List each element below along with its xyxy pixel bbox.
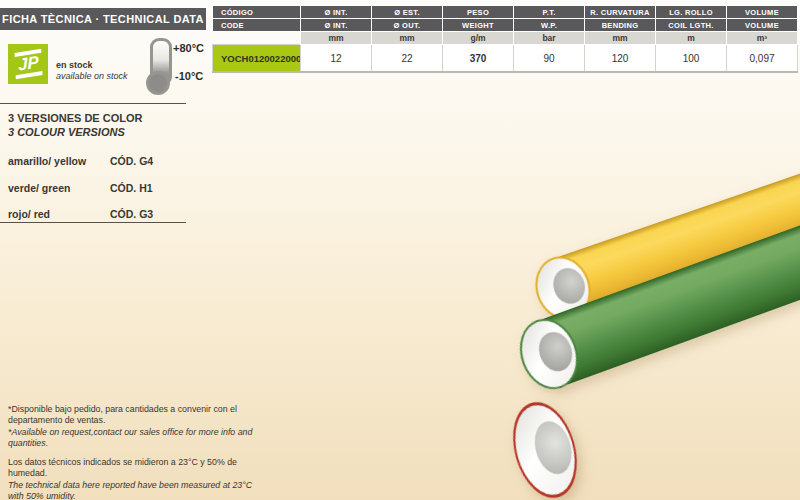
colour-code: CÓD. G3: [110, 208, 153, 220]
colour-name: rojo/ red: [8, 208, 110, 220]
unit-cell: bar: [514, 32, 585, 45]
unit-cell: g/m: [443, 32, 514, 45]
colour-code: CÓD. H1: [110, 182, 153, 194]
temperature-min: -10°C: [175, 70, 203, 82]
colour-name: amarillo/ yellow: [8, 155, 110, 167]
col-header: Ø INT.: [301, 6, 372, 19]
footnote-es-2: Los datos técnicos indicados se midieron…: [8, 457, 260, 480]
value-inner-diameter: 12: [301, 45, 372, 73]
unit-cell: m: [656, 32, 727, 45]
colour-versions-title: 3 VERSIONES DE COLOR 3 COLOUR VERSIONS: [8, 111, 142, 140]
unit-cell-empty: [213, 32, 301, 45]
page-title: FICHA TÈCNICA · TECHNICAL DATA: [0, 8, 206, 30]
col-header: CODE: [213, 19, 301, 32]
col-header: P.T.: [514, 6, 585, 19]
col-header: Ø EST.: [372, 6, 443, 19]
technical-data-sheet: FICHA TÈCNICA · TECHNICAL DATA JP en sto…: [0, 0, 800, 500]
colour-name: verde/ green: [8, 182, 110, 194]
thermometer-bulb: [146, 71, 170, 95]
unit-cell: m³: [727, 32, 798, 45]
thermometer-icon: +80°C -10°C: [146, 38, 206, 94]
value-outer-diameter: 22: [372, 45, 443, 73]
list-item-red: rojo/ red CÓD. G3: [8, 208, 198, 220]
col-header: WEIGHT: [443, 19, 514, 32]
col-header: LG. ROLLO: [656, 6, 727, 19]
value-coil-length: 100: [656, 45, 727, 73]
col-header: CÓDIGO: [213, 6, 301, 19]
product-code: YOCH0120022000: [213, 45, 301, 73]
col-header: VOLUME: [727, 19, 798, 32]
col-header: PESO: [443, 6, 514, 19]
list-item-green: verde/ green CÓD. H1: [8, 182, 198, 194]
stock-label-es: en stock: [56, 60, 128, 71]
colour-versions-title-en: 3 COLOUR VERSIONS: [8, 125, 142, 139]
jp-logo-text: JP: [14, 49, 42, 79]
col-header: BENDING: [585, 19, 656, 32]
value-working-pressure: 90: [514, 45, 585, 73]
divider-bottom: [0, 222, 186, 223]
col-header: R. CURVATURA: [585, 6, 656, 19]
table-header-row-es: CÓDIGO Ø INT. Ø EST. PESO P.T. R. CURVAT…: [213, 6, 798, 19]
unit-cell: mm: [585, 32, 656, 45]
value-volume: 0,097: [727, 45, 798, 73]
table-row: YOCH0120022000 12 22 370 90 120 100 0,09…: [213, 45, 798, 73]
jp-logo: JP: [8, 44, 48, 84]
footnotes: *Disponible bajo pedido, para cantidades…: [8, 404, 260, 500]
col-header: Ø INT.: [301, 19, 372, 32]
stock-label-en: available on stock: [56, 71, 128, 82]
footnote-es-1: *Disponible bajo pedido, para cantidades…: [8, 404, 260, 427]
temperature-max: +80°C: [173, 42, 204, 54]
value-bending-radius: 120: [585, 45, 656, 73]
col-header: VOLUME: [727, 6, 798, 19]
table-header-row-en: CODE Ø INT. Ø OUT. WEIGHT W.P. BENDING C…: [213, 19, 798, 32]
unit-cell: mm: [372, 32, 443, 45]
col-header: Ø OUT.: [372, 19, 443, 32]
col-header: COIL LGTH.: [656, 19, 727, 32]
col-header: W.P.: [514, 19, 585, 32]
stock-availability: en stock available on stock: [56, 60, 128, 83]
unit-cell: mm: [301, 32, 372, 45]
value-weight: 370: [443, 45, 514, 73]
list-item-yellow: amarillo/ yellow CÓD. G4: [8, 155, 198, 167]
table-units-row: mm mm g/m bar mm m m³: [213, 32, 798, 45]
technical-data-table: CÓDIGO Ø INT. Ø EST. PESO P.T. R. CURVAT…: [212, 5, 798, 73]
colour-code: CÓD. G4: [110, 155, 153, 167]
footnote-en-1: *Available on request,contact our sales …: [8, 427, 260, 450]
divider-top: [0, 103, 186, 104]
colour-versions-title-es: 3 VERSIONES DE COLOR: [8, 111, 142, 125]
footnote-en-2: The technical data here reported have be…: [8, 480, 260, 500]
